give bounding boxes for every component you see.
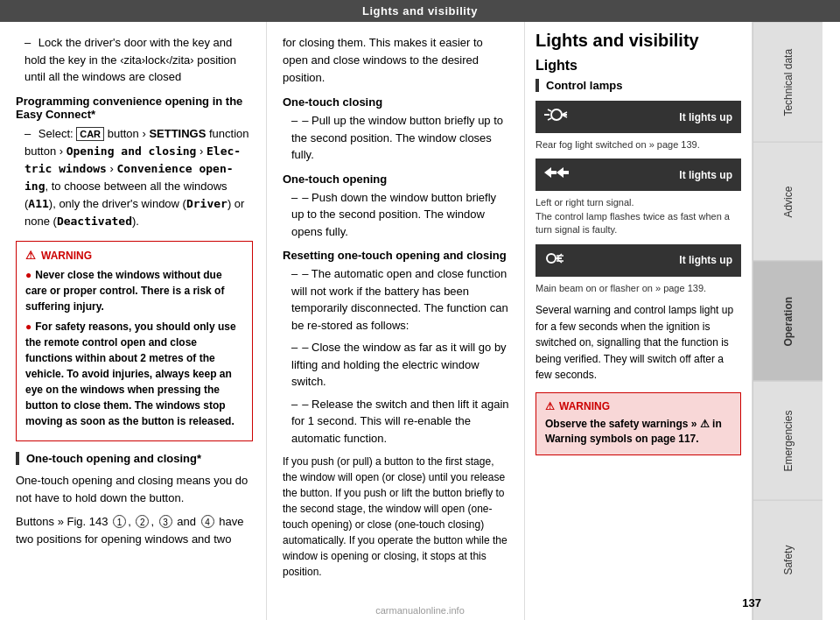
resetting-text-3: – Release the switch and then lift it ag… xyxy=(283,396,511,447)
programming-heading: Programming convenience opening in the E… xyxy=(16,95,253,121)
push-pull-para: If you push (or pull) a button to the fi… xyxy=(283,454,511,580)
circle-2: 2 xyxy=(136,515,149,528)
sidebar-item-safety[interactable]: Safety xyxy=(753,500,822,620)
right-content-panel: Lights and visibility Lights Control lam… xyxy=(525,22,752,620)
one-touch-opening-heading: One-touch opening xyxy=(283,173,511,186)
svg-line-2 xyxy=(548,109,551,111)
lamp-row-3: It lights up xyxy=(536,244,741,277)
buttons-para: Buttons » Fig. 143 1, 2, 3 and 4 have tw… xyxy=(16,513,253,548)
turn-signal-icon xyxy=(544,164,569,186)
watermark: carmanualonline.info xyxy=(375,605,465,616)
lights-visibility-title: Lights and visibility xyxy=(536,31,741,51)
select-item: Select: CAR button › SETTINGS function b… xyxy=(16,125,253,231)
middle-column: for closing them. This makes it easier t… xyxy=(267,22,525,620)
warning-box: WARNING ●Never close the windows without… xyxy=(16,241,253,441)
circle-4: 4 xyxy=(201,515,214,528)
sidebar: Technical data Advice Operation Emergenc… xyxy=(752,22,822,620)
lamp-1-desc: Rear fog light switched on » page 139. xyxy=(536,138,741,151)
page-header: Lights and visibility xyxy=(0,0,840,22)
one-touch-section-bar: One-touch opening and closing* xyxy=(16,452,253,465)
lamp-3-desc: Main beam on or flasher on » page 139. xyxy=(536,282,741,295)
warning-text-1: ●Never close the windows without due car… xyxy=(25,267,243,314)
right-warning-box: WARNING Observe the safety warnings » ⚠ … xyxy=(536,392,741,455)
right-warning-title: WARNING xyxy=(545,400,732,412)
warning-title: WARNING xyxy=(25,249,243,262)
several-para: Several warning and control lamps light … xyxy=(536,302,741,384)
sidebar-item-operation[interactable]: Operation xyxy=(753,261,822,381)
svg-point-7 xyxy=(547,254,556,263)
lamp-row-2: It lights up xyxy=(536,159,741,191)
right-warning-text: Observe the safety warnings » ⚠ in Warni… xyxy=(545,417,732,447)
lamp-3-label: It lights up xyxy=(679,254,732,266)
for-closing-para: for closing them. This makes it easier t… xyxy=(283,34,511,87)
one-touch-closing-heading: One-touch closing xyxy=(283,95,511,109)
circle-3: 3 xyxy=(159,515,172,528)
lamp-2-desc: Left or right turn signal.The control la… xyxy=(536,196,741,236)
control-lamps-heading: Control lamps xyxy=(536,79,741,92)
circle-1: 1 xyxy=(113,515,126,528)
resetting-text-2: – Close the window as far as it will go … xyxy=(283,339,511,391)
lamp-1-label: It lights up xyxy=(679,111,732,123)
page-number: 137 xyxy=(742,596,761,609)
rear-fog-icon xyxy=(544,106,569,128)
one-touch-closing-text: – Pull up the window button briefly up t… xyxy=(283,112,511,164)
resetting-text-1: – The automatic open and close function … xyxy=(283,265,511,334)
one-touch-opening-text: – Push down the window button briefly up… xyxy=(283,189,511,241)
lamp-row-1: It lights up xyxy=(536,101,741,133)
header-title: Lights and visibility xyxy=(362,4,478,18)
lamp-2-label: It lights up xyxy=(679,169,732,181)
sidebar-item-advice[interactable]: Advice xyxy=(753,142,822,262)
car-button-icon: CAR xyxy=(76,127,104,141)
svg-point-1 xyxy=(551,109,562,120)
bullet-1: Lock the driver's door with the key and … xyxy=(16,34,253,86)
lights-subtitle: Lights xyxy=(536,58,741,74)
sidebar-item-technical-data[interactable]: Technical data xyxy=(753,22,822,142)
warning-text-2: ●For safety reasons, you should only use… xyxy=(25,319,243,429)
one-touch-para: One-touch opening and closing means you … xyxy=(16,472,253,507)
svg-line-3 xyxy=(548,118,551,120)
main-beam-icon xyxy=(544,250,569,271)
left-column-1: Lock the driver's door with the key and … xyxy=(0,22,267,620)
resetting-heading: Resetting one-touch opening and closing xyxy=(283,249,511,262)
sidebar-item-emergencies[interactable]: Emergencies xyxy=(753,381,822,501)
